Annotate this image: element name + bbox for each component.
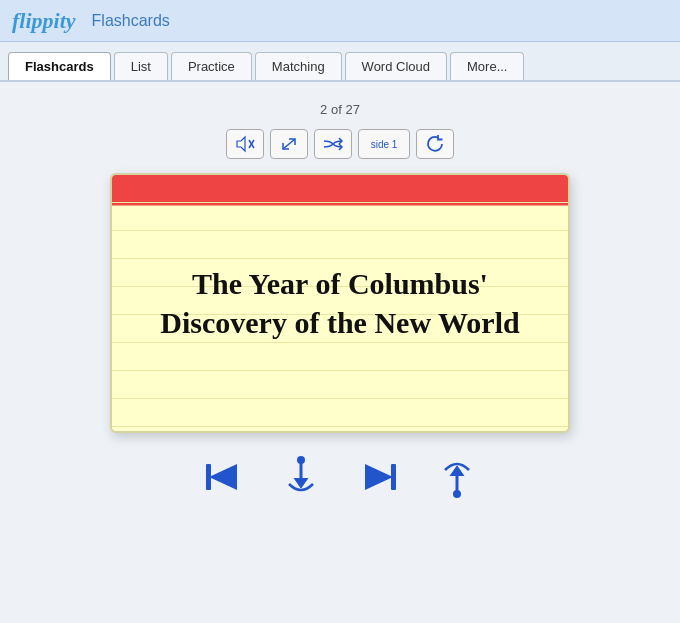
flip-button[interactable] [416,129,454,159]
flip-up-button[interactable] [433,455,481,499]
main-content: 2 of 27 side [0,82,680,623]
tab-more[interactable]: More... [450,52,524,80]
bottom-navigation [199,455,481,499]
prev-button[interactable] [199,455,247,499]
nav-tabs: Flashcards List Practice Matching Word C… [0,42,680,82]
flip-down-button[interactable] [277,455,325,499]
tab-word-cloud[interactable]: Word Cloud [345,52,447,80]
svg-rect-8 [391,464,396,490]
side-label: side 1 [371,139,398,150]
header-title: Flashcards [92,12,170,30]
svg-marker-7 [365,464,393,490]
tab-practice[interactable]: Practice [171,52,252,80]
fullscreen-button[interactable] [270,129,308,159]
svg-marker-4 [209,464,237,490]
svg-marker-0 [237,137,245,151]
app-logo: flippity [12,8,76,34]
svg-point-9 [453,490,461,498]
tab-matching[interactable]: Matching [255,52,342,80]
svg-point-6 [297,456,305,464]
flashcard[interactable]: The Year of Columbus' Discovery of the N… [110,173,570,433]
next-button[interactable] [355,455,403,499]
shuffle-button[interactable] [314,129,352,159]
mute-button[interactable] [226,129,264,159]
app-header: flippity Flashcards [0,0,680,42]
svg-rect-5 [206,464,211,490]
card-counter: 2 of 27 [320,102,360,117]
card-text: The Year of Columbus' Discovery of the N… [142,264,538,342]
svg-line-3 [283,139,295,149]
card-toolbar: side 1 [226,129,454,159]
side-button[interactable]: side 1 [358,129,410,159]
tab-list[interactable]: List [114,52,168,80]
tab-flashcards[interactable]: Flashcards [8,52,111,80]
